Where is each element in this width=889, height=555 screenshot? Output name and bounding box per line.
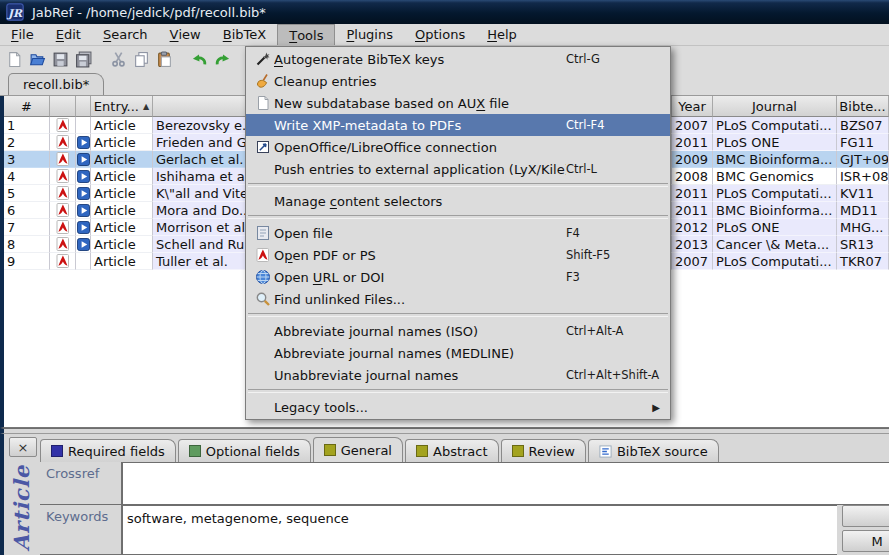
cell-pdf[interactable]: [50, 185, 76, 202]
cell-year[interactable]: 2007: [672, 253, 713, 270]
column-header-entrytype[interactable]: Entry...▲: [91, 96, 153, 117]
tab-general[interactable]: General: [313, 437, 403, 462]
cell-entrytype[interactable]: Article: [91, 185, 153, 202]
cell-number[interactable]: 9: [4, 253, 50, 270]
cell-pdf[interactable]: [50, 202, 76, 219]
new-database-icon[interactable]: [3, 48, 25, 70]
cell-url[interactable]: [76, 236, 91, 253]
cell-number[interactable]: 8: [4, 236, 50, 253]
cell-year[interactable]: 2009: [672, 151, 713, 168]
cell-url[interactable]: [76, 134, 91, 151]
paste-icon[interactable]: [153, 48, 175, 70]
copy-icon[interactable]: [130, 48, 152, 70]
cell-journal[interactable]: BMC Genomics: [713, 168, 837, 185]
column-header-journal[interactable]: Journal: [713, 96, 837, 117]
cell-pdf[interactable]: [50, 253, 76, 270]
cell-year[interactable]: 2012: [672, 219, 713, 236]
cell-bibtexkey[interactable]: MD11: [837, 202, 889, 219]
open-database-icon[interactable]: [26, 48, 48, 70]
cell-journal[interactable]: PLoS ONE: [713, 134, 837, 151]
menu-item-new-subdatabase-based-on-aux-file[interactable]: New subdatabase based on AUX file: [246, 92, 670, 114]
tab-abstract[interactable]: Abstract: [405, 439, 499, 462]
cell-url[interactable]: [76, 202, 91, 219]
cell-bibtexkey[interactable]: MHG...: [837, 219, 889, 236]
menu-item-abbreviate-journal-names-medline[interactable]: Abbreviate journal names (MEDLINE): [246, 342, 670, 364]
menubar-item-plugins[interactable]: Plugins: [335, 24, 404, 45]
keywords-input[interactable]: software, metagenome, sequence: [122, 505, 837, 555]
keywords-button-2[interactable]: M: [842, 530, 889, 552]
cell-journal[interactable]: PLoS ONE: [713, 219, 837, 236]
cell-bibtexkey[interactable]: FG11: [837, 134, 889, 151]
cell-bibtexkey[interactable]: TKR07: [837, 253, 889, 270]
menubar-item-bibtex[interactable]: BibTeX: [212, 24, 277, 45]
cell-journal[interactable]: Cancer \& Meta...: [713, 236, 837, 253]
cell-number[interactable]: 6: [4, 202, 50, 219]
menu-item-legacy-tools[interactable]: Legacy tools...▶: [246, 396, 670, 418]
undo-icon[interactable]: [188, 48, 210, 70]
menu-item-abbreviate-journal-names-iso[interactable]: Abbreviate journal names (ISO)Ctrl+Alt-A: [246, 320, 670, 342]
cell-entrytype[interactable]: Article: [91, 168, 153, 185]
column-header-bibtexkey[interactable]: Bibte...: [837, 96, 889, 117]
menubar-item-tools[interactable]: Tools: [277, 24, 335, 45]
menu-item-write-xmp-metadata-to-pdfs[interactable]: Write XMP-metadata to PDFsCtrl-F4: [246, 114, 670, 136]
column-header-url[interactable]: [76, 96, 91, 117]
menu-item-open-url-or-doi[interactable]: Open URL or DOIF3: [246, 266, 670, 288]
cell-year[interactable]: 2013: [672, 236, 713, 253]
menubar-item-edit[interactable]: Edit: [45, 24, 92, 45]
cell-entrytype[interactable]: Article: [91, 236, 153, 253]
redo-icon[interactable]: [211, 48, 233, 70]
menu-item-autogenerate-bibtex-keys[interactable]: Autogenerate BibTeX keysCtrl-G: [246, 48, 670, 70]
cell-number[interactable]: 7: [4, 219, 50, 236]
menubar-item-file[interactable]: File: [0, 24, 45, 45]
cell-number[interactable]: 4: [4, 168, 50, 185]
save-all-icon[interactable]: [72, 48, 94, 70]
tab-review[interactable]: Review: [501, 439, 586, 462]
column-header-year[interactable]: Year: [672, 96, 713, 117]
column-header-pdf[interactable]: [50, 96, 76, 117]
menu-item-openoffice-libreoffice-connection[interactable]: OpenOffice/LibreOffice connection: [246, 136, 670, 158]
cell-pdf[interactable]: [50, 236, 76, 253]
keywords-button-1[interactable]: [842, 505, 889, 527]
menu-item-open-file[interactable]: Open fileF4: [246, 222, 670, 244]
menubar-item-options[interactable]: Options: [404, 24, 476, 45]
menubar-item-view[interactable]: View: [159, 24, 212, 45]
cell-url[interactable]: [76, 185, 91, 202]
cell-bibtexkey[interactable]: SR13: [837, 236, 889, 253]
cell-entrytype[interactable]: Article: [91, 253, 153, 270]
tab-bibtex-source[interactable]: BibTeX source: [588, 439, 719, 462]
crossref-input[interactable]: [122, 462, 889, 505]
tab-optional-fields[interactable]: Optional fields: [178, 439, 311, 462]
cell-journal[interactable]: BMC Bioinforma...: [713, 202, 837, 219]
tab-recoll-bib[interactable]: recoll.bib*: [8, 73, 104, 95]
cell-journal[interactable]: BMC Bioinforma...: [713, 151, 837, 168]
cell-number[interactable]: 1: [4, 117, 50, 134]
menubar-item-help[interactable]: Help: [476, 24, 528, 45]
cell-number[interactable]: 3: [4, 151, 50, 168]
save-database-icon[interactable]: [49, 48, 71, 70]
cell-number[interactable]: 5: [4, 185, 50, 202]
cell-pdf[interactable]: [50, 151, 76, 168]
cell-journal[interactable]: PLoS Computati...: [713, 185, 837, 202]
menu-item-manage-content-selectors[interactable]: Manage content selectors: [246, 190, 670, 212]
cell-bibtexkey[interactable]: BZS07: [837, 117, 889, 134]
cell-pdf[interactable]: [50, 219, 76, 236]
cell-entrytype[interactable]: Article: [91, 117, 153, 134]
cell-bibtexkey[interactable]: ISR+08: [837, 168, 889, 185]
cell-url[interactable]: [76, 168, 91, 185]
menu-item-unabbreviate-journal-names[interactable]: Unabbreviate journal namesCtrl+Alt+Shift…: [246, 364, 670, 386]
menu-item-cleanup-entries[interactable]: Cleanup entries: [246, 70, 670, 92]
menu-item-push-entries-to-external-application-lyx-kile[interactable]: Push entries to external application (Ly…: [246, 158, 670, 180]
menu-item-open-pdf-or-ps[interactable]: Open PDF or PSShift-F5: [246, 244, 670, 266]
close-editor-button[interactable]: ×: [9, 437, 37, 457]
cell-year[interactable]: 2007: [672, 117, 713, 134]
cell-url[interactable]: [76, 253, 91, 270]
column-header-num[interactable]: #: [4, 96, 50, 117]
menu-item-find-unlinked-files[interactable]: Find unlinked Files...: [246, 288, 670, 310]
cell-bibtexkey[interactable]: GJT+09: [837, 151, 889, 168]
cell-number[interactable]: 2: [4, 134, 50, 151]
cell-entrytype[interactable]: Article: [91, 202, 153, 219]
tab-required-fields[interactable]: Required fields: [40, 439, 176, 462]
cell-journal[interactable]: PLoS Computati...: [713, 253, 837, 270]
cell-bibtexkey[interactable]: KV11: [837, 185, 889, 202]
cell-journal[interactable]: PLoS Computati...: [713, 117, 837, 134]
